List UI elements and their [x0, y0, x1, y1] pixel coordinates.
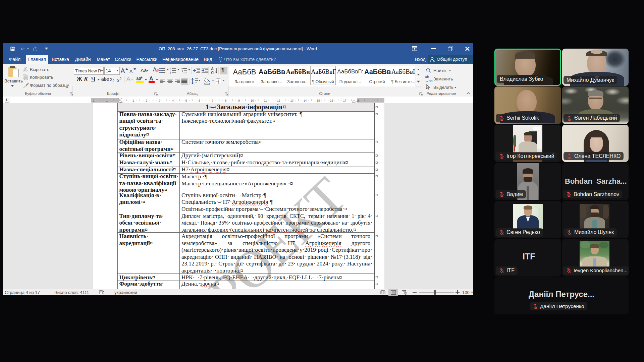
svg-text:15: 15	[317, 99, 320, 102]
svg-text:2: 2	[93, 99, 95, 102]
svg-text:9: 9	[238, 99, 240, 102]
svg-text:1: 1	[106, 99, 108, 102]
svg-text:6: 6	[199, 99, 200, 102]
svg-text:16: 16	[330, 99, 333, 102]
svg-text:10: 10	[251, 99, 254, 102]
svg-text:17: 17	[343, 99, 346, 102]
svg-text:i: i	[183, 72, 183, 74]
svg-text:2: 2	[170, 70, 171, 72]
svg-text:12: 12	[277, 99, 280, 102]
svg-text:5: 5	[185, 99, 187, 102]
svg-text:13: 13	[290, 99, 293, 102]
svg-text:3: 3	[159, 99, 161, 102]
svg-text:3: 3	[170, 72, 171, 74]
svg-text:11: 11	[264, 99, 267, 102]
svg-text:2: 2	[146, 99, 147, 102]
svg-text:4: 4	[172, 99, 174, 102]
svg-text:18: 18	[356, 99, 360, 102]
svg-text:1: 1	[170, 68, 171, 70]
svg-text:1: 1	[132, 99, 134, 102]
svg-text:14: 14	[304, 99, 307, 102]
svg-text:7: 7	[212, 99, 213, 102]
svg-text:8: 8	[225, 99, 227, 102]
